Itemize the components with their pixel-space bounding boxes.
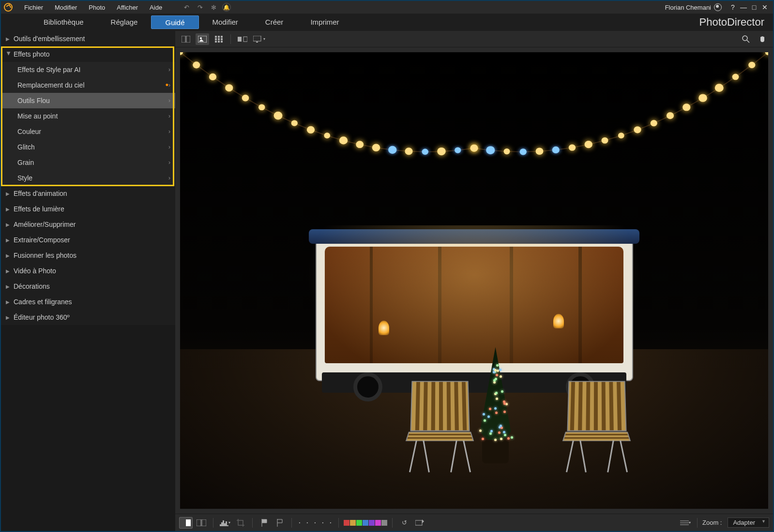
svg-rect-15 — [253, 36, 261, 41]
svg-rect-7 — [215, 38, 217, 40]
sidebar-section-effets-photo[interactable]: ▶Effets photo — [1, 46, 175, 62]
zoom-select[interactable]: Adapter — [728, 517, 769, 528]
user-name-label: Florian Chemani — [665, 4, 711, 11]
compare-before-after-icon[interactable] — [179, 517, 193, 529]
sidebar-section-360[interactable]: ▶Éditeur photo 360º — [1, 310, 175, 325]
view-mirror-icon[interactable] — [236, 33, 249, 45]
sidebar-section-video-photo[interactable]: ▶Vidéo à Photo — [1, 263, 175, 279]
tab-reglage[interactable]: Réglage — [97, 15, 152, 29]
svg-point-33 — [405, 148, 412, 155]
sidebar-item-glitch[interactable]: Glitch› — [1, 139, 175, 155]
sidebar-section-ameliorer[interactable]: ▶Améliorer/Supprimer — [1, 217, 175, 232]
user-avatar-icon — [714, 3, 722, 11]
svg-rect-9 — [221, 38, 223, 40]
rotate-cw-icon[interactable] — [413, 517, 426, 529]
sidebar-section-animation[interactable]: ▶Effets d'animation — [1, 186, 175, 201]
sidebar-item-mise-au-point[interactable]: Mise au point› — [1, 108, 175, 124]
color-label-purple[interactable] — [369, 520, 375, 526]
tab-bibliotheque[interactable]: Bibliothèque — [30, 15, 97, 29]
menu-photo[interactable]: Photo — [83, 4, 111, 11]
histogram-icon[interactable]: ▾ — [218, 517, 232, 529]
view-single-icon[interactable] — [196, 33, 209, 45]
svg-point-32 — [388, 146, 396, 154]
flag-pick-icon[interactable] — [258, 517, 271, 529]
filmstrip-toggle-icon[interactable]: ▾ — [679, 517, 692, 529]
svg-point-40 — [732, 74, 739, 80]
sidebar-item-remplacement-ciel[interactable]: Remplacement du ciel•› — [1, 77, 175, 93]
sidebar-section-extraire[interactable]: ▶Extraire/Composer — [1, 232, 175, 248]
photo-canvas[interactable] — [175, 47, 773, 514]
star-rating-5[interactable]: • — [328, 517, 334, 529]
svg-rect-10 — [215, 41, 217, 43]
module-tabbar: Bibliothèque Réglage Guidé Modifier Crée… — [1, 14, 773, 31]
tab-imprimer[interactable]: Imprimer — [297, 15, 352, 29]
svg-point-49 — [585, 141, 592, 148]
sidebar-item-grain[interactable]: Grain› — [1, 155, 175, 170]
color-label-red[interactable] — [344, 520, 349, 526]
help-icon[interactable]: ? — [728, 3, 738, 11]
svg-point-51 — [552, 147, 560, 153]
crop-rotate-icon[interactable] — [234, 517, 247, 529]
compare-split-icon[interactable] — [195, 517, 208, 529]
star-rating-4[interactable]: • — [320, 517, 326, 529]
window-minimize-icon[interactable]: — — [738, 3, 749, 11]
view-grid-icon[interactable] — [212, 33, 226, 45]
svg-rect-58 — [181, 519, 186, 526]
sidebar-item-couleur[interactable]: Couleur› — [1, 124, 175, 139]
menu-modifier[interactable]: Modifier — [49, 4, 83, 11]
svg-rect-60 — [202, 519, 206, 526]
color-label-magenta[interactable] — [375, 520, 381, 526]
color-label-orange[interactable] — [350, 520, 356, 526]
flag-reject-icon[interactable] — [273, 517, 287, 529]
tab-creer[interactable]: Créer — [252, 15, 297, 29]
svg-point-23 — [242, 95, 249, 102]
notifications-bell-icon[interactable]: 🔔 — [222, 3, 231, 12]
color-label-gray[interactable] — [381, 520, 387, 526]
svg-point-41 — [715, 84, 724, 92]
svg-point-42 — [698, 94, 707, 102]
svg-point-43 — [683, 103, 690, 111]
redo-icon[interactable]: ↷ — [195, 2, 205, 12]
svg-point-50 — [569, 145, 576, 151]
sidebar-section-cadres[interactable]: ▶Cadres et filigranes — [1, 294, 175, 310]
sidebar-item-style-ai[interactable]: Effets de Style par AI› — [1, 62, 175, 77]
tab-modifier[interactable]: Modifier — [199, 15, 252, 29]
window-maximize-icon[interactable]: □ — [749, 3, 759, 11]
user-account[interactable]: Florian Chemani — [665, 3, 722, 11]
color-label-green[interactable] — [356, 520, 362, 526]
svg-rect-8 — [218, 38, 220, 40]
menu-afficher[interactable]: Afficher — [111, 4, 144, 11]
sidebar-item-style[interactable]: Style› — [1, 170, 175, 186]
svg-point-22 — [225, 84, 233, 91]
color-label-blue[interactable] — [363, 520, 368, 526]
star-rating-2[interactable]: • — [304, 517, 310, 529]
sidebar-section-lumiere[interactable]: ▶Effets de lumière — [1, 201, 175, 217]
tab-guide[interactable]: Guidé — [151, 15, 198, 29]
sidebar-item-outils-flou[interactable]: Outils Flou› — [1, 93, 175, 108]
star-rating-3[interactable]: • — [312, 517, 318, 529]
menu-fichier[interactable]: Fichier — [18, 4, 49, 11]
zoom-tool-icon[interactable] — [739, 33, 753, 45]
svg-point-29 — [339, 136, 348, 144]
svg-rect-16 — [256, 42, 258, 43]
rotate-ccw-icon[interactable]: ↺ — [397, 517, 411, 529]
svg-rect-59 — [197, 519, 201, 526]
view-secondary-display-icon[interactable]: ▾ — [252, 33, 266, 45]
sidebar-section-embellissement[interactable]: ▶Outils d'embellissement — [1, 31, 175, 46]
pan-hand-icon[interactable] — [756, 33, 769, 45]
svg-rect-13 — [238, 37, 242, 42]
svg-point-54 — [504, 148, 510, 154]
menu-aide[interactable]: Aide — [144, 4, 168, 11]
sidebar-section-fusionner[interactable]: ▶Fusionner les photos — [1, 248, 175, 263]
svg-point-28 — [324, 133, 330, 138]
svg-point-25 — [274, 112, 283, 120]
star-rating-1[interactable]: • — [297, 517, 303, 529]
settings-gear-icon[interactable]: ✻ — [209, 2, 218, 12]
window-close-icon[interactable]: ✕ — [759, 3, 770, 11]
svg-point-21 — [209, 74, 216, 80]
undo-icon[interactable]: ↶ — [182, 2, 191, 12]
svg-point-3 — [200, 37, 202, 39]
sidebar-section-decorations[interactable]: ▶Décorations — [1, 279, 175, 294]
svg-point-36 — [455, 148, 461, 153]
view-compare-icon[interactable] — [179, 33, 193, 45]
